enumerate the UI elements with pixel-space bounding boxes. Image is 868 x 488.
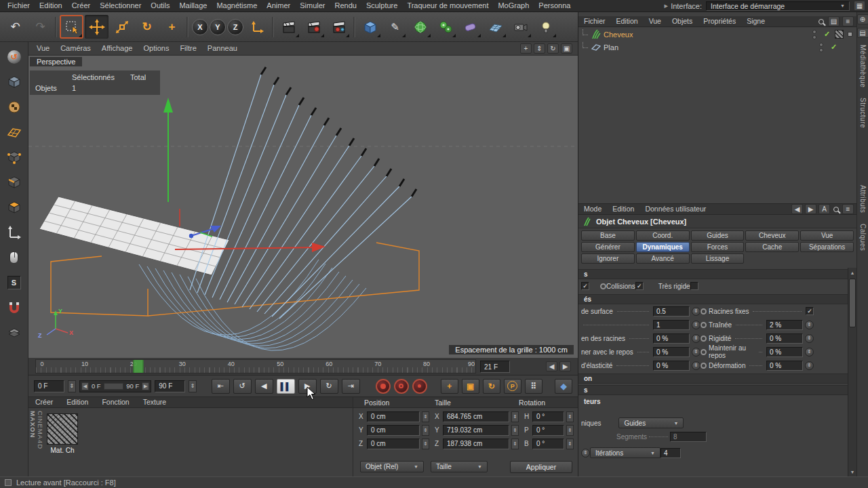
axis-lock-button[interactable]: X	[192, 19, 208, 35]
repos-field[interactable]: 0 %	[653, 347, 690, 357]
keying-options-button[interactable]: ◆	[555, 379, 572, 394]
viewport-menu-item[interactable]: Filtre	[174, 43, 201, 54]
racines-fixes-checkbox[interactable]: ✓	[806, 307, 814, 315]
viewport-menu-item[interactable]: Panneau	[202, 43, 243, 54]
rotation-field[interactable]: 0 °	[532, 411, 564, 422]
material-menu-item[interactable]: Texture	[136, 397, 173, 407]
dock-plus-icon[interactable]: ⊕	[857, 14, 868, 24]
last-tool-button[interactable]: +	[160, 15, 184, 39]
scroll-down-icon[interactable]: ▼	[848, 468, 856, 476]
position-field[interactable]: 0 cm	[367, 439, 420, 449]
menu-item[interactable]: Rendu	[330, 0, 361, 12]
menu-item[interactable]: MoGraph	[493, 0, 534, 12]
menu-icon[interactable]: ≡	[842, 204, 854, 214]
tab-ignorer[interactable]: Ignorer	[581, 253, 635, 264]
view-label[interactable]: Perspective	[30, 57, 82, 66]
position-field[interactable]: 0 cm	[367, 425, 420, 436]
apply-button[interactable]: Appliquer	[510, 461, 572, 473]
timeline-scroll-right-icon[interactable]: ▶	[559, 361, 571, 371]
rotation-field[interactable]: 0 °	[532, 439, 564, 449]
render-queue-button[interactable]	[327, 15, 351, 39]
add-spline-button[interactable]: ✎	[383, 15, 407, 39]
section-header[interactable]: s	[578, 269, 848, 279]
position-field[interactable]: 0 cm	[367, 411, 420, 422]
stepper[interactable]: ⇕	[692, 348, 701, 357]
keyframe-dot[interactable]	[701, 349, 707, 355]
viewport-menu-item[interactable]: Affichage	[96, 43, 138, 54]
viewport-menu-item[interactable]: Vue	[31, 43, 55, 54]
tab-mediatheque[interactable]: Médiathèque	[859, 41, 867, 91]
tab-lissage[interactable]: Lissage	[691, 253, 745, 264]
add-generator-button[interactable]	[408, 15, 432, 39]
menu-item[interactable]: Sculpture	[361, 0, 402, 12]
model-mode-button[interactable]	[3, 71, 25, 93]
layout-icon[interactable]: ▦	[854, 1, 865, 11]
dock-grid-icon[interactable]: ▤	[857, 28, 868, 38]
menu-item[interactable]: Maillage	[174, 0, 212, 12]
object-menu-item[interactable]: Fichier	[578, 16, 611, 26]
add-deformer-button[interactable]	[433, 15, 457, 39]
rigidite-field[interactable]: 0 %	[766, 333, 803, 344]
add-camera-button[interactable]	[509, 15, 532, 39]
attribute-menu-item[interactable]: Mode	[578, 204, 607, 214]
add-floor-button[interactable]	[484, 15, 507, 39]
visibility-dots[interactable]	[819, 43, 823, 52]
stepper[interactable]: ⇕	[511, 425, 519, 436]
tab-structure[interactable]: Structure	[859, 94, 867, 131]
stepper[interactable]: ⇕	[805, 321, 814, 329]
tab-cache[interactable]: Cache	[745, 242, 799, 252]
viewport-menu-item[interactable]: Options	[138, 43, 174, 54]
filter-icon[interactable]: ▤	[828, 16, 840, 26]
preview-range-slider[interactable]: ◀ 0 F 90 F ▶	[79, 380, 151, 392]
history-back-icon[interactable]: ◀	[791, 204, 803, 214]
section-header[interactable]: teurs	[578, 396, 848, 407]
elasticite-field[interactable]: 0 %	[653, 361, 690, 371]
stepper[interactable]: ⇕	[692, 334, 701, 343]
racines-field[interactable]: 0 %	[653, 333, 690, 344]
tab-cheveux[interactable]: Cheveux	[745, 230, 799, 241]
next-frame-button[interactable]: ▶	[298, 379, 317, 394]
key-pla-toggle[interactable]: ⠿	[525, 379, 542, 394]
key-parameter-toggle[interactable]: P	[504, 379, 521, 394]
menu-item[interactable]: Fichier	[3, 0, 35, 12]
viewport-3d[interactable]: Perspective Sélectionnés Total Objets 1 …	[28, 56, 578, 358]
play-backward-button[interactable]: ↺	[233, 379, 252, 394]
record-keyframe-button[interactable]	[376, 379, 391, 394]
timeline-scroll-left-icon[interactable]: ◀	[546, 361, 557, 371]
goto-start-button[interactable]: ⇤	[212, 379, 230, 394]
object-name[interactable]: Plan	[604, 43, 618, 52]
hair-tag-icon[interactable]	[848, 32, 852, 37]
rotation-field[interactable]: 0 °	[532, 425, 564, 436]
coordinate-mode-dropdown[interactable]: Objet (Rel) ▼	[360, 461, 424, 472]
tab-guides[interactable]: Guides	[691, 230, 745, 241]
dolly-view-icon[interactable]: ⇕	[534, 43, 545, 54]
range-left-handle[interactable]: ◀	[81, 382, 89, 390]
object-menu-item[interactable]: Propriétés	[698, 16, 741, 26]
enabled-check-icon[interactable]: ✓	[829, 43, 839, 52]
keyframe-dot[interactable]	[701, 363, 707, 369]
texture-mode-button[interactable]	[3, 96, 25, 118]
stepper[interactable]: ⇕	[511, 439, 519, 449]
stepper[interactable]: ⇕	[805, 361, 814, 370]
autokey-button[interactable]	[394, 379, 409, 394]
viewport-menu-item[interactable]: Caméras	[55, 43, 96, 54]
surface-field[interactable]: 0.5	[653, 306, 690, 317]
size-field[interactable]: 684.765 cm	[443, 411, 509, 422]
render-settings-button[interactable]	[302, 15, 326, 39]
object-menu-item[interactable]: Edition	[611, 16, 644, 26]
keyframe-dot[interactable]	[701, 322, 707, 328]
guides-dropdown[interactable]: Guides ▼	[618, 418, 684, 428]
stepper[interactable]: ⇕	[805, 348, 814, 357]
value-field[interactable]: 1	[653, 320, 690, 330]
visibility-dots[interactable]	[812, 30, 816, 39]
stepper[interactable]: ⇕	[581, 449, 590, 458]
interface-dropdown[interactable]: Interface de démarrage ▼	[706, 1, 850, 11]
attribute-menu-item[interactable]: Données utilisateur	[639, 204, 711, 214]
material-name[interactable]: Mat. Ch	[41, 447, 84, 454]
add-modifier-button[interactable]	[458, 15, 482, 39]
tab-calques[interactable]: Calques	[859, 220, 867, 254]
stepper[interactable]: ⇕	[422, 439, 429, 449]
stepper[interactable]: ⇕	[422, 411, 429, 422]
deformation-field[interactable]: 0 %	[766, 361, 803, 371]
key-position-toggle[interactable]: +	[441, 379, 458, 394]
